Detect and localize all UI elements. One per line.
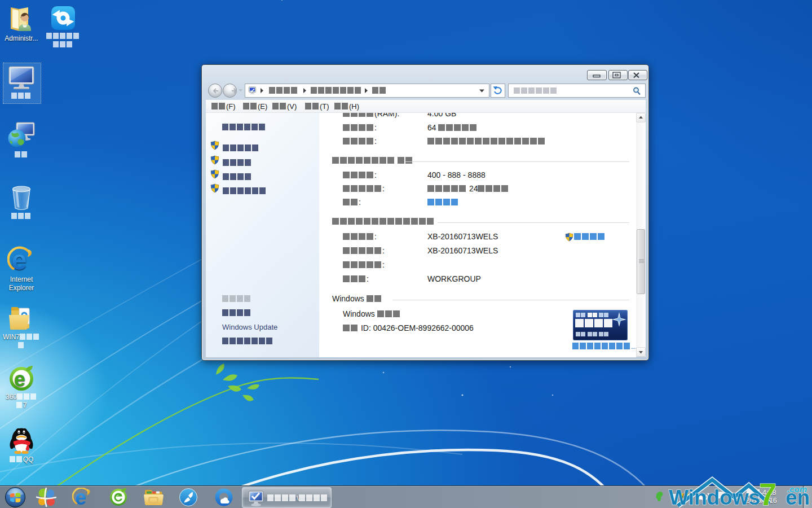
svg-text:Windows: Windows: [669, 486, 760, 508]
svg-text:e: e: [14, 367, 25, 391]
svg-text:7: 7: [759, 476, 776, 508]
svg-text:.com: .com: [787, 484, 807, 494]
